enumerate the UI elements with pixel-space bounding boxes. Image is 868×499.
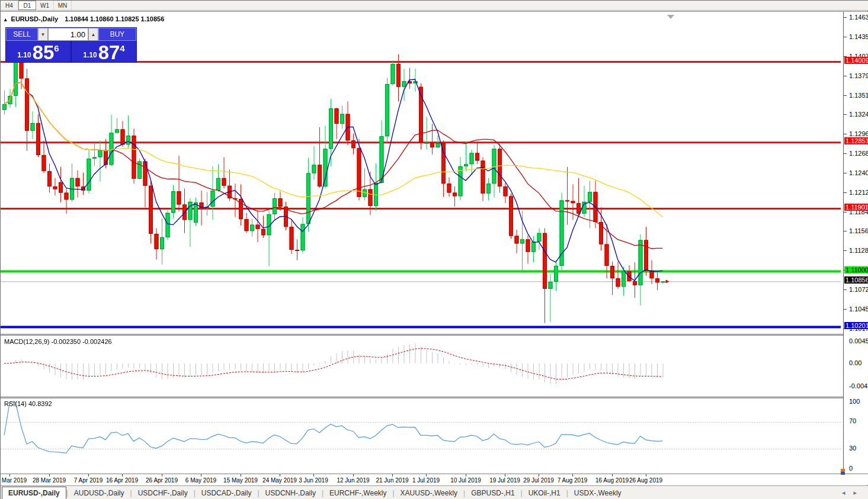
tab-eurusd-daily[interactable]: EURUSD-,Daily [2,487,66,499]
tab-gbpusd-h1[interactable]: GBPUSD-,H1 [465,487,520,499]
price-axis-tick [844,95,847,96]
date-axis-tick [201,474,201,477]
panel-separator[interactable] [1,334,844,336]
rsi-axis-label: 0 [849,465,853,472]
price-axis-label: 1.12960 [849,130,868,137]
date-axis-tick [353,474,354,477]
date-axis-tick [466,474,466,477]
timeframe-w1-button[interactable]: W1 [36,1,54,10]
macd-panel-canvas[interactable] [1,336,843,397]
bid-prefix: 1.10 [17,51,31,59]
price-axis-tick [844,173,847,173]
ask-big-digits: 87 [98,44,120,62]
ask-prefix: 1.10 [83,51,97,59]
price-axis-tick [844,37,847,37]
macd-axis-label: -0.004806 [849,382,868,389]
volume-increase-button[interactable]: ▲ [88,28,98,41]
macd-axis-label: 0.00 [849,359,861,366]
chart-shift-icon[interactable] [667,15,674,19]
price-level-badge: 1.10201 [844,322,868,329]
date-axis-tick [572,474,573,477]
ask-pip-digit: 4 [120,43,124,53]
chart-window: ▴ EURUSD-,Daily 1.10844 1.10860 1.10825 … [1,11,868,485]
tab-usdx-weekly[interactable]: USDX-,Weekly [568,487,627,499]
price-axis-tick [844,192,847,193]
symbol-tab-bar: EURUSD-,Daily|AUDUSD-,Daily|USDCHF-,Dail… [1,485,868,499]
tab-usdcnh-daily[interactable]: USDCNH-,Daily [260,487,322,499]
price-level-badge: 1.12851 [844,137,868,144]
price-axis-label: 1.14635 [849,14,868,21]
date-axis-tick [539,474,539,477]
price-axis-tick [844,76,847,76]
date-axis-tick [313,474,314,477]
rsi-panel-canvas[interactable] [1,398,843,472]
axis-corner-icon [841,469,845,475]
price-axis-label: 1.12400 [849,169,868,176]
timeframe-h4-button[interactable]: H4 [1,1,18,10]
macd-axis-label: 0.004517 [849,337,868,345]
price-level-badge: 1.11000 [844,266,868,273]
date-axis-tick [280,474,280,477]
tab-scroll-arrows[interactable]: ◂▸ [842,489,865,497]
date-axis-tick [9,474,10,477]
date-axis-tick [392,474,393,477]
price-axis-label: 1.11565 [849,227,868,234]
date-axis-label: 7 Aug 2019 [550,477,594,484]
chart-title: ▴ EURUSD-,Daily 1.10844 1.10860 1.10825 … [4,15,164,22]
mt4-terminal: H4 D1 W1 MN ▴ EURUSD-,Daily 1.10844 1.10… [0,0,868,499]
date-axis-label: 15 May 2019 [219,477,262,484]
timeframe-mn-button[interactable]: MN [54,1,72,10]
tab-xauusd-weekly[interactable]: XAUUSD-,Weekly [395,487,463,499]
chart-expand-icon[interactable]: ▴ [4,17,7,22]
date-axis-tick [162,474,162,477]
price-axis-tick [844,153,847,154]
tab-usdcad-daily[interactable]: USDCAD-,Daily [196,487,258,499]
price-axis-tick [844,212,847,213]
tab-ukoil-h1[interactable]: UKOil-,H1 [523,487,566,499]
tab-audusd-daily[interactable]: AUDUSD-,Daily [68,487,130,499]
price-axis-tick [844,309,847,310]
price-axis-label: 1.14355 [849,33,868,40]
price-axis-label: 1.11285 [849,247,868,254]
ask-price: 1.10 87 4 [72,41,136,62]
price-axis-tick [844,231,847,231]
macd-indicator-label: MACD(12,26,9) -0.002350 -0.002426 [4,338,112,345]
bid-pip-digit: 6 [54,43,59,53]
sell-button[interactable]: SELL [6,28,38,41]
date-axis-tick [88,474,89,477]
volume-decrease-button[interactable]: ▼ [38,28,48,41]
price-level-badge: 1.11901 [844,204,868,211]
rsi-axis-label: 30 [849,445,856,452]
current-price-badge: 1.10856 [844,276,868,284]
date-axis-tick [646,474,646,477]
date-axis: 19 Mar 201928 Mar 20197 Apr 201916 Apr 2… [1,474,868,485]
date-axis-label: 3 Jun 2019 [292,477,335,484]
one-click-trading-panel: SELL ▼ ▲ BUY 1.10 85 6 1.10 87 4 [5,27,137,63]
date-axis-label: 26 Apr 2019 [140,477,184,484]
timeframe-toolbar: H4 D1 W1 MN [1,1,868,11]
price-axis-label: 1.10725 [849,286,868,293]
tab-usdchf-daily[interactable]: USDCHF-,Daily [132,487,194,499]
price-axis: 1.146351.143551.140751.137951.135151.132… [844,12,868,474]
volume-input[interactable] [48,28,88,41]
price-axis-label: 1.13240 [849,111,868,118]
bid-big-digits: 85 [33,44,55,62]
rsi-axis-label: 100 [849,398,860,405]
date-axis-tick [426,474,427,477]
buy-button[interactable]: BUY [98,28,136,41]
price-axis-label: 1.13515 [849,92,868,99]
chart-symbol-label: EURUSD-,Daily [11,15,58,22]
bid-price: 1.10 85 6 [6,41,71,62]
price-axis-label: 1.10450 [849,305,868,313]
date-axis-label: 12 Jun 2019 [331,477,375,484]
date-axis-label: 6 May 2019 [179,477,223,484]
price-axis-label: 1.13795 [849,72,868,79]
tab-eurchf-weekly[interactable]: EURCHF-,Weekly [324,487,392,499]
date-axis-label: 16 Apr 2019 [100,477,144,484]
date-axis-tick [505,474,505,477]
date-axis-tick [241,474,241,477]
timeframe-d1-button[interactable]: D1 [18,1,36,10]
date-axis-label: 26 Aug 2019 [624,477,668,484]
price-axis-tick [844,17,847,18]
date-axis-label: 1 Jul 2019 [404,477,448,484]
